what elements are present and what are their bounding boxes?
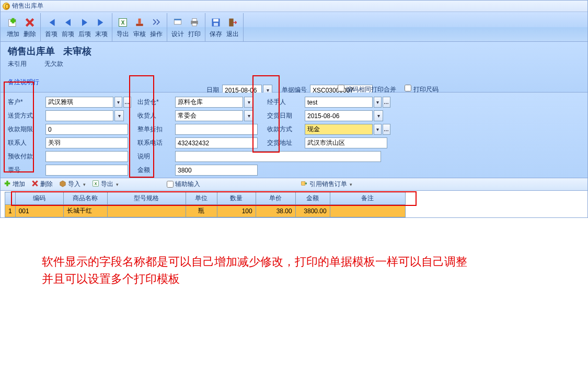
plus-icon	[7, 16, 19, 29]
last-button[interactable]: 末项	[93, 13, 110, 41]
cell-amount[interactable]: 3800.00	[295, 205, 330, 217]
col-amount[interactable]: 金额	[295, 192, 330, 205]
paymethod-input[interactable]	[305, 124, 373, 135]
svg-rect-17	[6, 181, 8, 187]
operate-button[interactable]: 操作	[148, 13, 165, 41]
cell-qty[interactable]: 100	[217, 205, 256, 217]
assist-checkbox-label[interactable]: 辅助输入	[167, 180, 200, 189]
delete-button[interactable]: 删除	[21, 13, 38, 41]
titlebar: 销售出库单	[1, 1, 587, 12]
contact-label: 联系人	[8, 138, 39, 147]
print-button[interactable]: 打印	[186, 13, 203, 41]
cell-price[interactable]: 38.00	[256, 205, 295, 217]
merge-checkbox[interactable]	[338, 85, 344, 91]
handler-more-button[interactable]: …	[383, 97, 390, 108]
contact-input[interactable]	[45, 137, 128, 148]
link-icon	[301, 180, 308, 189]
grid-delete-button[interactable]: 删除	[31, 180, 53, 189]
x-icon	[24, 16, 36, 29]
cell-unit[interactable]: 瓶	[186, 205, 217, 217]
svg-text:X: X	[95, 182, 97, 186]
col-code[interactable]: 编码	[15, 192, 63, 205]
svg-rect-20	[302, 182, 305, 186]
export-button[interactable]: X 导出	[114, 13, 131, 41]
amount-input[interactable]	[175, 165, 258, 176]
handler-label: 经手人	[267, 98, 298, 107]
svg-rect-10	[192, 18, 197, 21]
warehouse-label: 出货仓*	[137, 98, 169, 107]
cell-code[interactable]: 001	[15, 205, 63, 217]
svg-rect-13	[213, 19, 218, 21]
design-icon	[171, 16, 184, 29]
form-grid: 客户* ▾ … 出货仓* ▾ 经手人 ▾ … 送货方式 ▾	[1, 93, 587, 178]
ticket-input[interactable]	[45, 165, 128, 176]
unref-label: 未引用	[8, 60, 27, 68]
col-spec[interactable]: 型号规格	[107, 192, 186, 205]
svg-rect-2	[10, 19, 16, 22]
printsize-checkbox[interactable]	[405, 85, 411, 91]
add-button[interactable]: 增加	[5, 13, 21, 41]
cell-spec[interactable]	[107, 205, 186, 217]
customer-input[interactable]	[45, 97, 113, 108]
arrow-last-icon	[95, 16, 108, 29]
prev-button[interactable]: 前项	[60, 13, 76, 41]
svg-rect-5	[136, 24, 143, 26]
description-label: 说明	[137, 152, 169, 161]
customer-dropdown-button[interactable]: ▾	[114, 97, 122, 108]
deliveryaddr-label: 交货地址	[267, 138, 298, 147]
payperiod-label: 收款期限	[8, 125, 39, 134]
cell-name[interactable]: 长城干红	[63, 205, 107, 217]
next-button[interactable]: 后项	[76, 13, 93, 41]
deliveryaddr-input[interactable]	[305, 137, 387, 148]
paymethod-dropdown-button[interactable]: ▾	[374, 124, 382, 135]
quote-order-button[interactable]: 引用销售订单▾	[301, 180, 352, 189]
warehouse-input[interactable]	[175, 97, 243, 108]
floppy-icon	[210, 16, 222, 29]
receiver-label: 收货人	[137, 111, 169, 120]
customer-more-button[interactable]: …	[123, 97, 131, 108]
exit-button[interactable]: 退出	[224, 13, 241, 41]
phone-input[interactable]	[175, 137, 258, 148]
audit-button[interactable]: 审核	[131, 13, 148, 41]
col-unit[interactable]: 单位	[186, 192, 217, 205]
deliverymethod-dropdown-button[interactable]: ▾	[114, 110, 124, 121]
grid-add-button[interactable]: 增加	[4, 180, 25, 189]
payperiod-input[interactable]	[45, 124, 128, 135]
col-price[interactable]: 单价	[256, 192, 295, 205]
col-name[interactable]: 商品名称	[63, 192, 107, 205]
discount-label: 整单折扣	[137, 125, 169, 134]
arrow-right-icon	[78, 16, 91, 29]
save-button[interactable]: 保存	[207, 13, 224, 41]
design-button[interactable]: 设计	[169, 13, 186, 41]
receiver-input[interactable]	[175, 110, 243, 121]
deliverydate-dropdown-button[interactable]: ▾	[374, 110, 383, 121]
handler-input[interactable]	[305, 97, 373, 108]
deliverydate-input[interactable]	[305, 110, 373, 121]
svg-rect-6	[139, 18, 141, 24]
paymethod-label: 收款方式	[267, 125, 298, 134]
col-qty[interactable]: 数量	[217, 192, 256, 205]
plus-icon	[4, 180, 11, 189]
svg-rect-11	[192, 23, 197, 26]
package-icon	[59, 180, 66, 189]
table-row[interactable]: 1 001 长城干红 瓶 100 38.00 3800.00	[5, 205, 406, 217]
assist-checkbox[interactable]	[167, 181, 174, 188]
col-note[interactable]: 备注	[330, 192, 405, 205]
discount-input[interactable]	[175, 124, 258, 135]
first-button[interactable]: 首项	[43, 13, 60, 41]
description-input[interactable]	[175, 151, 381, 162]
receiver-dropdown-button[interactable]: ▾	[244, 110, 253, 121]
prepaid-input[interactable]	[45, 151, 128, 162]
arrow-left-icon	[62, 16, 74, 29]
warehouse-dropdown-button[interactable]: ▾	[244, 97, 253, 108]
grid-import-button[interactable]: 导入▾	[59, 180, 86, 189]
handler-dropdown-button[interactable]: ▾	[374, 97, 382, 108]
toolbar: 增加 删除 首项 前项 后项 末项	[1, 12, 587, 42]
grid-export-button[interactable]: X 导出▾	[92, 180, 119, 189]
remark-link[interactable]: 备注说明行	[8, 78, 39, 87]
cell-note[interactable]	[330, 205, 405, 217]
paymethod-more-button[interactable]: …	[383, 124, 390, 135]
deliverymethod-input[interactable]	[45, 110, 113, 121]
x-icon	[31, 180, 39, 189]
arrow-first-icon	[45, 16, 57, 29]
